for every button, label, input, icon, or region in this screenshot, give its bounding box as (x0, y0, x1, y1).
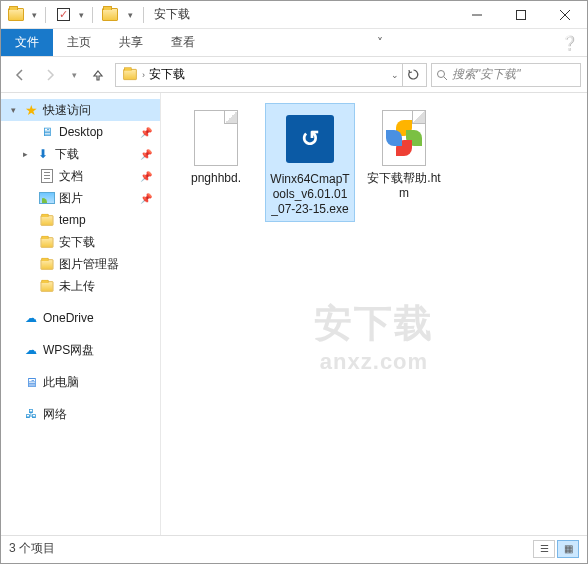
svg-line-5 (444, 77, 447, 80)
chevron-down-icon[interactable]: ▾ (7, 105, 19, 115)
watermark-text: 安下载 (314, 298, 434, 349)
sidebar-item-label: 安下载 (59, 234, 95, 251)
file-item[interactable]: pnghhbd. (171, 103, 261, 190)
back-button[interactable] (7, 62, 33, 88)
pin-icon: 📌 (140, 193, 152, 204)
properties-checkbox[interactable]: ✓ (52, 4, 74, 26)
sidebar-item-label: 未上传 (59, 278, 95, 295)
sidebar-item-label: WPS网盘 (43, 342, 94, 359)
navigation-bar: ▾ › 安下载 ⌄ 搜索"安下载" (1, 57, 587, 93)
cloud-icon: ☁ (22, 342, 40, 358)
view-icons-button[interactable]: ▦ (557, 540, 579, 558)
search-input[interactable]: 搜索"安下载" (431, 63, 581, 87)
search-icon (436, 69, 448, 81)
separator (143, 7, 144, 23)
desktop-icon: 🖥 (38, 124, 56, 140)
forward-button[interactable] (37, 62, 63, 88)
sidebar-item-quick-access[interactable]: ▾ ★ 快速访问 (1, 99, 160, 121)
sidebar-item-temp[interactable]: temp (1, 209, 160, 231)
address-bar[interactable]: › 安下载 ⌄ (115, 63, 427, 87)
svg-point-4 (438, 70, 445, 77)
sidebar-item-thispc[interactable]: ▸ 🖥 此电脑 (1, 371, 160, 393)
tab-share[interactable]: 共享 (105, 29, 157, 56)
file-icon (188, 107, 244, 169)
file-label: 安下载帮助.htm (363, 171, 445, 201)
window-controls (455, 1, 587, 29)
tab-home[interactable]: 主页 (53, 29, 105, 56)
navigation-pane[interactable]: ▾ ★ 快速访问 🖥 Desktop📌 ▸ ⬇ 下载📌 文档📌 图片📌 temp (1, 93, 161, 535)
separator (92, 7, 93, 23)
sidebar-item-notuploaded[interactable]: 未上传 (1, 275, 160, 297)
item-count: 3 个项目 (9, 540, 55, 557)
quick-access-toolbar: ▾ ✓ ▾ ▾ 安下载 (1, 4, 194, 26)
refresh-button[interactable] (402, 64, 424, 86)
folder-icon[interactable] (5, 4, 27, 26)
close-button[interactable] (543, 1, 587, 29)
sidebar-item-label: 快速访问 (43, 102, 91, 119)
sidebar-item-label: 文档 (59, 168, 83, 185)
view-details-button[interactable]: ☰ (533, 540, 555, 558)
sidebar-item-downloads[interactable]: ▸ ⬇ 下载📌 (1, 143, 160, 165)
tab-file[interactable]: 文件 (1, 29, 53, 56)
titlebar: ▾ ✓ ▾ ▾ 安下载 (1, 1, 587, 29)
cloud-icon: ☁ (22, 310, 40, 326)
view-toggles: ☰ ▦ (533, 540, 579, 558)
folder-icon (38, 212, 56, 228)
pc-icon: 🖥 (22, 374, 40, 390)
exe-icon: ↺ (282, 108, 338, 170)
window-title: 安下载 (154, 6, 190, 23)
sidebar-item-network[interactable]: ▸ 🖧 网络 (1, 403, 160, 425)
tab-view[interactable]: 查看 (157, 29, 209, 56)
separator (45, 7, 46, 23)
help-icon[interactable]: ❔ (551, 29, 587, 56)
minimize-button[interactable] (455, 1, 499, 29)
sidebar-item-anxz[interactable]: 安下载 (1, 231, 160, 253)
pictures-icon (38, 190, 56, 206)
search-placeholder: 搜索"安下载" (452, 66, 521, 83)
file-label: Winx64CmapTools_v6.01.01_07-23-15.exe (270, 172, 350, 217)
status-bar: 3 个项目 ☰ ▦ (1, 535, 587, 561)
file-list[interactable]: 安下载 anxz.com pnghhbd. ↺ Winx64CmapTools_… (161, 93, 587, 535)
document-icon (38, 168, 56, 184)
up-button[interactable] (85, 62, 111, 88)
sidebar-item-pictures[interactable]: 图片📌 (1, 187, 160, 209)
folder-icon (38, 278, 56, 294)
history-dropdown-icon[interactable]: ▾ (67, 62, 81, 88)
qat-overflow-icon[interactable]: ▾ (123, 4, 137, 26)
file-item[interactable]: 安下载帮助.htm (359, 103, 449, 205)
sidebar-item-label: 图片 (59, 190, 83, 207)
ribbon-tabs: 文件 主页 共享 查看 ˅ ❔ (1, 29, 587, 57)
sidebar-item-label: 下载 (55, 146, 79, 163)
html-icon (376, 107, 432, 169)
address-segment[interactable]: 安下载 (145, 66, 189, 83)
star-icon: ★ (22, 102, 40, 118)
svg-rect-1 (517, 10, 526, 19)
sidebar-item-onedrive[interactable]: ▸ ☁ OneDrive (1, 307, 160, 329)
sidebar-item-picmgr[interactable]: 图片管理器 (1, 253, 160, 275)
maximize-button[interactable] (499, 1, 543, 29)
sidebar-item-label: 此电脑 (43, 374, 79, 391)
qat-dropdown-icon[interactable]: ▾ (76, 4, 86, 26)
file-item[interactable]: ↺ Winx64CmapTools_v6.01.01_07-23-15.exe (265, 103, 355, 222)
sidebar-item-desktop[interactable]: 🖥 Desktop📌 (1, 121, 160, 143)
address-segment-label: 安下载 (149, 66, 185, 83)
file-label: pnghhbd. (191, 171, 241, 186)
sidebar-item-wps[interactable]: ▸ ☁ WPS网盘 (1, 339, 160, 361)
watermark: 安下载 anxz.com (314, 298, 434, 375)
folder-icon (99, 4, 121, 26)
pin-icon: 📌 (140, 127, 152, 138)
folder-icon (38, 256, 56, 272)
chevron-down-icon[interactable]: ⌄ (391, 70, 399, 80)
address-root[interactable] (118, 68, 142, 81)
sidebar-item-documents[interactable]: 文档📌 (1, 165, 160, 187)
sidebar-item-label: temp (59, 213, 86, 227)
network-icon: 🖧 (22, 406, 40, 422)
download-icon: ⬇ (34, 146, 52, 162)
chevron-right-icon[interactable]: ▸ (19, 149, 31, 159)
sidebar-item-label: Desktop (59, 125, 103, 139)
ribbon-expand-icon[interactable]: ˅ (367, 29, 393, 56)
body: ▾ ★ 快速访问 🖥 Desktop📌 ▸ ⬇ 下载📌 文档📌 图片📌 temp (1, 93, 587, 535)
qat-dropdown-icon[interactable]: ▾ (29, 4, 39, 26)
pin-icon: 📌 (140, 171, 152, 182)
sidebar-item-label: 图片管理器 (59, 256, 119, 273)
